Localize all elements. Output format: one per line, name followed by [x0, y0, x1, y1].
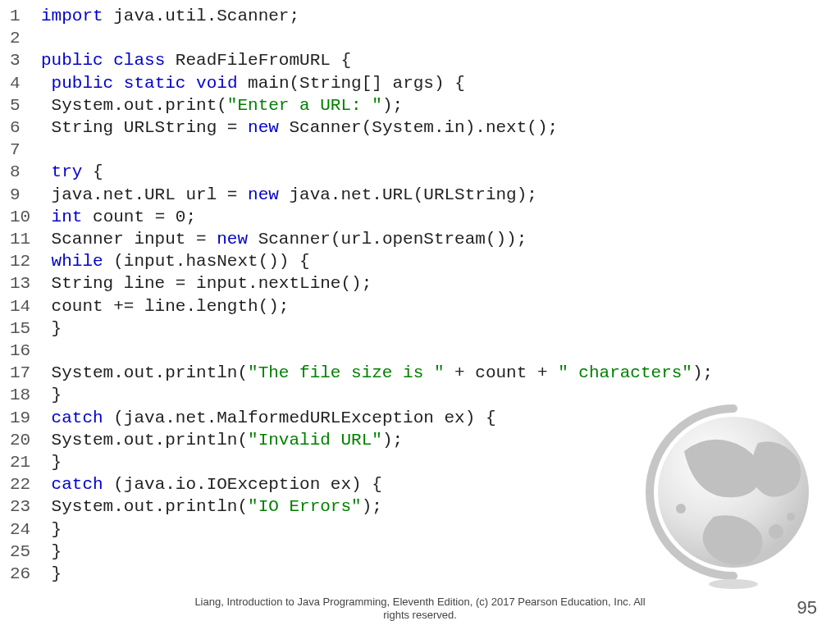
code-line: 24 }: [10, 518, 840, 541]
code-line: 5 System.out.print("Enter a URL: ");: [10, 94, 840, 116]
line-code: }: [41, 384, 62, 406]
code-line: 16: [10, 340, 840, 362]
code-listing: 1import java.util.Scanner;23public class…: [0, 0, 840, 585]
line-code: System.out.println("Invalid URL");: [41, 429, 403, 451]
code-line: 20 System.out.println("Invalid URL");: [10, 429, 840, 451]
line-number: 13: [10, 272, 41, 294]
code-line: 7: [10, 139, 840, 161]
line-number: 18: [10, 384, 41, 406]
line-code: System.out.print("Enter a URL: ");: [41, 94, 403, 116]
line-code: }: [41, 541, 62, 563]
line-number: 3: [10, 49, 41, 71]
slide-footer: Liang, Introduction to Java Programming,…: [0, 596, 840, 623]
line-code: try {: [41, 161, 103, 183]
line-code: System.out.println("The file size is " +…: [41, 362, 713, 384]
code-line: 3public class ReadFileFromURL {: [10, 49, 840, 71]
line-number: 20: [10, 429, 41, 451]
line-code: }: [41, 518, 62, 541]
line-number: 7: [10, 139, 41, 161]
line-number: 1: [10, 5, 41, 27]
line-code: Scanner input = new Scanner(url.openStre…: [41, 228, 527, 250]
code-line: 1import java.util.Scanner;: [10, 5, 840, 27]
code-line: 15 }: [10, 317, 840, 340]
line-code: }: [41, 563, 62, 585]
line-number: 6: [10, 116, 41, 139]
code-line: 11 Scanner input = new Scanner(url.openS…: [10, 228, 840, 250]
line-number: 17: [10, 362, 41, 384]
code-line: 21 }: [10, 451, 840, 473]
line-number: 25: [10, 541, 41, 563]
code-line: 14 count += line.length();: [10, 295, 840, 317]
code-line: 2: [10, 27, 840, 49]
code-line: 22 catch (java.io.IOException ex) {: [10, 473, 840, 495]
line-number: 21: [10, 451, 41, 473]
code-line: 19 catch (java.net.MalformedURLException…: [10, 407, 840, 429]
line-number: 16: [10, 340, 41, 362]
code-line: 12 while (input.hasNext()) {: [10, 250, 840, 272]
line-code: System.out.println("IO Errors");: [41, 495, 382, 518]
line-number: 12: [10, 250, 41, 272]
code-line: 18 }: [10, 384, 840, 406]
line-code: String line = input.nextLine();: [41, 272, 372, 294]
code-line: 25 }: [10, 541, 840, 563]
code-line: 17 System.out.println("The file size is …: [10, 362, 840, 384]
code-line: 4 public static void main(String[] args)…: [10, 72, 840, 94]
line-number: 24: [10, 518, 41, 541]
line-number: 22: [10, 473, 41, 495]
code-line: 26 }: [10, 563, 840, 585]
line-number: 23: [10, 495, 41, 518]
footer-line-2: rights reserved.: [383, 609, 457, 621]
line-code: }: [41, 451, 62, 473]
code-line: 6 String URLString = new Scanner(System.…: [10, 116, 840, 139]
line-code: String URLString = new Scanner(System.in…: [41, 116, 558, 139]
line-number: 9: [10, 184, 41, 206]
line-number: 19: [10, 407, 41, 429]
code-line: 13 String line = input.nextLine();: [10, 272, 840, 294]
code-line: 10 int count = 0;: [10, 206, 840, 228]
line-code: public class ReadFileFromURL {: [41, 49, 351, 71]
code-line: 8 try {: [10, 161, 840, 183]
line-number: 5: [10, 94, 41, 116]
line-code: while (input.hasNext()) {: [41, 250, 310, 272]
line-code: public static void main(String[] args) {: [41, 72, 465, 94]
line-number: 15: [10, 317, 41, 340]
line-code: }: [41, 317, 62, 340]
code-line: 9 java.net.URL url = new java.net.URL(UR…: [10, 184, 840, 206]
line-code: count += line.length();: [41, 295, 289, 317]
line-code: catch (java.net.MalformedURLException ex…: [41, 407, 496, 429]
line-number: 11: [10, 228, 41, 250]
line-number: 14: [10, 295, 41, 317]
page-number: 95: [797, 597, 817, 619]
code-line: 23 System.out.println("IO Errors");: [10, 495, 840, 518]
line-number: 8: [10, 161, 41, 183]
line-code: java.net.URL url = new java.net.URL(URLS…: [41, 184, 537, 206]
line-number: 10: [10, 206, 41, 228]
line-code: catch (java.io.IOException ex) {: [41, 473, 382, 495]
line-code: int count = 0;: [41, 206, 196, 228]
line-number: 26: [10, 563, 41, 585]
line-number: 4: [10, 72, 41, 94]
line-code: import java.util.Scanner;: [41, 5, 299, 27]
footer-line-1: Liang, Introduction to Java Programming,…: [194, 596, 645, 608]
line-number: 2: [10, 27, 41, 49]
